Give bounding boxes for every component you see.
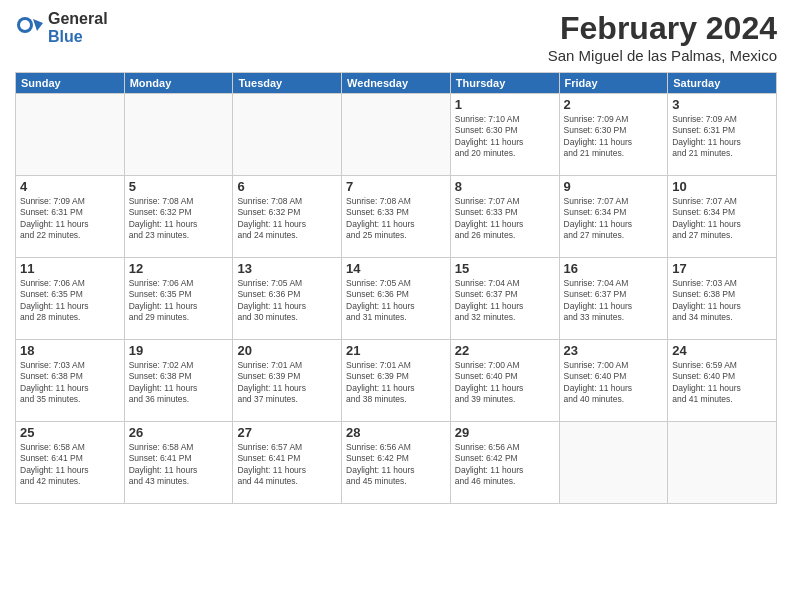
day-info: Sunrise: 6:59 AM Sunset: 6:40 PM Dayligh…	[672, 360, 772, 406]
calendar-cell: 19Sunrise: 7:02 AM Sunset: 6:38 PM Dayli…	[124, 340, 233, 422]
logo-general: General	[48, 10, 108, 28]
calendar-cell	[668, 422, 777, 504]
day-info: Sunrise: 7:03 AM Sunset: 6:38 PM Dayligh…	[20, 360, 120, 406]
calendar-cell	[559, 422, 668, 504]
calendar-cell: 26Sunrise: 6:58 AM Sunset: 6:41 PM Dayli…	[124, 422, 233, 504]
day-number: 1	[455, 97, 555, 112]
svg-marker-2	[33, 19, 43, 31]
calendar-cell	[124, 94, 233, 176]
logo-icon	[15, 13, 45, 43]
day-number: 9	[564, 179, 664, 194]
day-number: 8	[455, 179, 555, 194]
col-header-sunday: Sunday	[16, 73, 125, 94]
day-number: 17	[672, 261, 772, 276]
logo: General Blue	[15, 10, 108, 45]
calendar-cell	[233, 94, 342, 176]
day-info: Sunrise: 7:06 AM Sunset: 6:35 PM Dayligh…	[129, 278, 229, 324]
calendar-cell: 27Sunrise: 6:57 AM Sunset: 6:41 PM Dayli…	[233, 422, 342, 504]
day-number: 29	[455, 425, 555, 440]
day-info: Sunrise: 7:07 AM Sunset: 6:34 PM Dayligh…	[564, 196, 664, 242]
week-row-0: 1Sunrise: 7:10 AM Sunset: 6:30 PM Daylig…	[16, 94, 777, 176]
day-number: 7	[346, 179, 446, 194]
day-info: Sunrise: 7:00 AM Sunset: 6:40 PM Dayligh…	[455, 360, 555, 406]
day-info: Sunrise: 7:07 AM Sunset: 6:33 PM Dayligh…	[455, 196, 555, 242]
day-info: Sunrise: 7:08 AM Sunset: 6:33 PM Dayligh…	[346, 196, 446, 242]
logo-text: General Blue	[48, 10, 108, 45]
day-info: Sunrise: 6:58 AM Sunset: 6:41 PM Dayligh…	[20, 442, 120, 488]
calendar-cell	[342, 94, 451, 176]
calendar-cell: 16Sunrise: 7:04 AM Sunset: 6:37 PM Dayli…	[559, 258, 668, 340]
day-info: Sunrise: 7:05 AM Sunset: 6:36 PM Dayligh…	[346, 278, 446, 324]
day-info: Sunrise: 7:10 AM Sunset: 6:30 PM Dayligh…	[455, 114, 555, 160]
day-number: 24	[672, 343, 772, 358]
calendar-cell: 7Sunrise: 7:08 AM Sunset: 6:33 PM Daylig…	[342, 176, 451, 258]
day-number: 21	[346, 343, 446, 358]
day-number: 13	[237, 261, 337, 276]
day-info: Sunrise: 7:01 AM Sunset: 6:39 PM Dayligh…	[237, 360, 337, 406]
title-section: February 2024 San Miguel de las Palmas, …	[548, 10, 777, 64]
calendar-cell: 8Sunrise: 7:07 AM Sunset: 6:33 PM Daylig…	[450, 176, 559, 258]
calendar-cell: 18Sunrise: 7:03 AM Sunset: 6:38 PM Dayli…	[16, 340, 125, 422]
col-header-thursday: Thursday	[450, 73, 559, 94]
calendar-cell: 14Sunrise: 7:05 AM Sunset: 6:36 PM Dayli…	[342, 258, 451, 340]
day-number: 16	[564, 261, 664, 276]
col-header-wednesday: Wednesday	[342, 73, 451, 94]
day-number: 28	[346, 425, 446, 440]
col-header-friday: Friday	[559, 73, 668, 94]
day-number: 14	[346, 261, 446, 276]
day-number: 3	[672, 97, 772, 112]
day-info: Sunrise: 6:56 AM Sunset: 6:42 PM Dayligh…	[455, 442, 555, 488]
calendar-cell: 23Sunrise: 7:00 AM Sunset: 6:40 PM Dayli…	[559, 340, 668, 422]
week-row-4: 25Sunrise: 6:58 AM Sunset: 6:41 PM Dayli…	[16, 422, 777, 504]
calendar-header-row: SundayMondayTuesdayWednesdayThursdayFrid…	[16, 73, 777, 94]
calendar-cell: 21Sunrise: 7:01 AM Sunset: 6:39 PM Dayli…	[342, 340, 451, 422]
day-info: Sunrise: 7:08 AM Sunset: 6:32 PM Dayligh…	[237, 196, 337, 242]
day-number: 19	[129, 343, 229, 358]
calendar-cell: 13Sunrise: 7:05 AM Sunset: 6:36 PM Dayli…	[233, 258, 342, 340]
week-row-2: 11Sunrise: 7:06 AM Sunset: 6:35 PM Dayli…	[16, 258, 777, 340]
day-info: Sunrise: 6:56 AM Sunset: 6:42 PM Dayligh…	[346, 442, 446, 488]
calendar-cell: 17Sunrise: 7:03 AM Sunset: 6:38 PM Dayli…	[668, 258, 777, 340]
calendar-cell: 25Sunrise: 6:58 AM Sunset: 6:41 PM Dayli…	[16, 422, 125, 504]
calendar-cell: 5Sunrise: 7:08 AM Sunset: 6:32 PM Daylig…	[124, 176, 233, 258]
day-number: 27	[237, 425, 337, 440]
calendar-cell: 4Sunrise: 7:09 AM Sunset: 6:31 PM Daylig…	[16, 176, 125, 258]
svg-point-1	[20, 20, 30, 30]
day-number: 4	[20, 179, 120, 194]
day-info: Sunrise: 7:08 AM Sunset: 6:32 PM Dayligh…	[129, 196, 229, 242]
day-info: Sunrise: 7:06 AM Sunset: 6:35 PM Dayligh…	[20, 278, 120, 324]
day-info: Sunrise: 6:57 AM Sunset: 6:41 PM Dayligh…	[237, 442, 337, 488]
day-number: 2	[564, 97, 664, 112]
day-info: Sunrise: 7:04 AM Sunset: 6:37 PM Dayligh…	[455, 278, 555, 324]
day-number: 11	[20, 261, 120, 276]
calendar-table: SundayMondayTuesdayWednesdayThursdayFrid…	[15, 72, 777, 504]
calendar-cell: 1Sunrise: 7:10 AM Sunset: 6:30 PM Daylig…	[450, 94, 559, 176]
day-number: 25	[20, 425, 120, 440]
day-info: Sunrise: 7:00 AM Sunset: 6:40 PM Dayligh…	[564, 360, 664, 406]
calendar-cell: 28Sunrise: 6:56 AM Sunset: 6:42 PM Dayli…	[342, 422, 451, 504]
week-row-3: 18Sunrise: 7:03 AM Sunset: 6:38 PM Dayli…	[16, 340, 777, 422]
calendar-cell: 9Sunrise: 7:07 AM Sunset: 6:34 PM Daylig…	[559, 176, 668, 258]
day-number: 12	[129, 261, 229, 276]
day-info: Sunrise: 7:04 AM Sunset: 6:37 PM Dayligh…	[564, 278, 664, 324]
day-number: 15	[455, 261, 555, 276]
calendar-cell: 20Sunrise: 7:01 AM Sunset: 6:39 PM Dayli…	[233, 340, 342, 422]
day-number: 26	[129, 425, 229, 440]
calendar-cell: 2Sunrise: 7:09 AM Sunset: 6:30 PM Daylig…	[559, 94, 668, 176]
day-info: Sunrise: 7:01 AM Sunset: 6:39 PM Dayligh…	[346, 360, 446, 406]
calendar-cell	[16, 94, 125, 176]
day-number: 18	[20, 343, 120, 358]
day-number: 22	[455, 343, 555, 358]
calendar-cell: 10Sunrise: 7:07 AM Sunset: 6:34 PM Dayli…	[668, 176, 777, 258]
day-number: 10	[672, 179, 772, 194]
col-header-tuesday: Tuesday	[233, 73, 342, 94]
calendar-cell: 11Sunrise: 7:06 AM Sunset: 6:35 PM Dayli…	[16, 258, 125, 340]
day-info: Sunrise: 7:03 AM Sunset: 6:38 PM Dayligh…	[672, 278, 772, 324]
calendar-cell: 3Sunrise: 7:09 AM Sunset: 6:31 PM Daylig…	[668, 94, 777, 176]
calendar-cell: 24Sunrise: 6:59 AM Sunset: 6:40 PM Dayli…	[668, 340, 777, 422]
day-info: Sunrise: 7:09 AM Sunset: 6:31 PM Dayligh…	[672, 114, 772, 160]
day-info: Sunrise: 7:07 AM Sunset: 6:34 PM Dayligh…	[672, 196, 772, 242]
day-info: Sunrise: 7:05 AM Sunset: 6:36 PM Dayligh…	[237, 278, 337, 324]
day-number: 23	[564, 343, 664, 358]
col-header-saturday: Saturday	[668, 73, 777, 94]
